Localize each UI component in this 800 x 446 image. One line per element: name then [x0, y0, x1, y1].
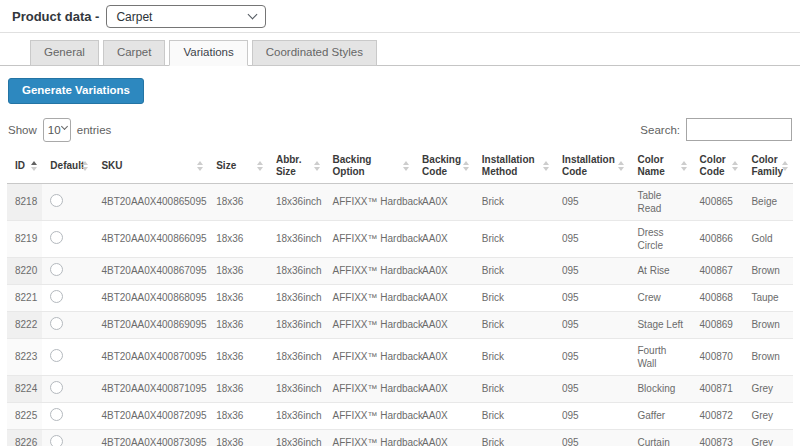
- table-row: 82264BT20AA0X40087309518x3618x36inchAFFI…: [7, 429, 793, 446]
- column-header-backing-option[interactable]: Backing Option: [325, 150, 415, 184]
- cell-backing-code: AA0X: [414, 183, 474, 220]
- cell-color-code: 400868: [692, 284, 744, 311]
- cell-sku: 4BT20AA0X400865095: [93, 183, 208, 220]
- column-label: Color Code: [700, 154, 726, 178]
- cell-size: 18x36: [208, 284, 268, 311]
- cell-default: [42, 375, 93, 402]
- table-row: 82244BT20AA0X40087109518x3618x36inchAFFI…: [7, 375, 793, 402]
- page-length-select[interactable]: 10: [43, 118, 71, 142]
- column-label: SKU: [101, 160, 122, 171]
- cell-color-family: Beige: [743, 183, 793, 220]
- cell-backing-code: AA0X: [414, 375, 474, 402]
- column-label: Installation Method: [482, 154, 535, 178]
- default-radio[interactable]: [50, 290, 63, 303]
- cell-color-name: Blocking: [629, 375, 691, 402]
- column-header-abbr-size[interactable]: Abbr. Size: [268, 150, 325, 184]
- column-header-backing-code[interactable]: Backing Code: [414, 150, 474, 184]
- cell-sku: 4BT20AA0X400866095: [93, 220, 208, 257]
- column-label: Color Family: [751, 154, 783, 178]
- cell-color-code: 400870: [692, 338, 744, 375]
- cell-default: [42, 338, 93, 375]
- cell-backing-code: AA0X: [414, 338, 474, 375]
- cell-sku: 4BT20AA0X400873095: [93, 429, 208, 446]
- cell-color-name: Dress Circle: [629, 220, 691, 257]
- default-radio[interactable]: [50, 349, 63, 362]
- table-row: 82194BT20AA0X40086609518x3618x36inchAFFI…: [7, 220, 793, 257]
- cell-installation-method: Brick: [474, 183, 554, 220]
- table-row: 82204BT20AA0X40086709518x3618x36inchAFFI…: [7, 257, 793, 284]
- column-header-color-code[interactable]: Color Code: [692, 150, 744, 184]
- default-radio[interactable]: [50, 408, 63, 421]
- cell-color-family: Brown: [743, 338, 793, 375]
- column-label: Backing Code: [422, 154, 461, 178]
- generate-variations-button[interactable]: Generate Variations: [8, 78, 144, 104]
- sort-arrows-icon: [403, 161, 409, 171]
- cell-default: [42, 402, 93, 429]
- product-data-tabs: GeneralCarpetVariationsCoordinated Style…: [0, 32, 800, 66]
- cell-installation-code: 095: [554, 284, 629, 311]
- column-header-size[interactable]: Size: [208, 150, 268, 184]
- default-radio[interactable]: [50, 317, 63, 330]
- cell-installation-code: 095: [554, 429, 629, 446]
- cell-color-code: 400872: [692, 402, 744, 429]
- cell-sku: 4BT20AA0X400868095: [93, 284, 208, 311]
- table-row: 82214BT20AA0X40086809518x3618x36inchAFFI…: [7, 284, 793, 311]
- column-header-color-name[interactable]: Color Name: [629, 150, 691, 184]
- tab-general[interactable]: General: [30, 40, 99, 67]
- column-header-installation-method[interactable]: Installation Method: [474, 150, 554, 184]
- cell-color-family: Grey: [743, 402, 793, 429]
- table-row: 82254BT20AA0X40087209518x3618x36inchAFFI…: [7, 402, 793, 429]
- column-header-color-family[interactable]: Color Family: [743, 150, 793, 184]
- cell-color-name: Crew: [629, 284, 691, 311]
- column-header-installation-code[interactable]: Installation Code: [554, 150, 629, 184]
- default-radio[interactable]: [50, 231, 63, 244]
- search-input[interactable]: [686, 118, 792, 141]
- sort-arrows-icon: [681, 161, 687, 171]
- cell-color-name: Fourth Wall: [629, 338, 691, 375]
- cell-default: [42, 429, 93, 446]
- tab-carpet[interactable]: Carpet: [103, 40, 166, 67]
- column-header-default[interactable]: Default: [42, 150, 93, 184]
- default-radio[interactable]: [50, 194, 63, 207]
- chevron-down-icon: [248, 10, 258, 20]
- column-label: Abbr. Size: [276, 154, 302, 178]
- default-radio[interactable]: [50, 381, 63, 394]
- sort-arrows-icon: [463, 161, 469, 171]
- cell-sku: 4BT20AA0X400867095: [93, 257, 208, 284]
- cell-color-code: 400866: [692, 220, 744, 257]
- default-radio[interactable]: [50, 435, 63, 446]
- sort-arrows-icon: [82, 161, 88, 171]
- cell-color-name: Table Read: [629, 183, 691, 220]
- cell-abbr-size: 18x36inch: [268, 220, 325, 257]
- tab-coordinated-styles[interactable]: Coordinated Styles: [252, 40, 377, 67]
- column-label: Default: [50, 160, 84, 171]
- cell-installation-code: 095: [554, 220, 629, 257]
- product-data-select[interactable]: Carpet: [106, 5, 266, 28]
- column-label: Color Name: [637, 154, 664, 178]
- cell-abbr-size: 18x36inch: [268, 338, 325, 375]
- search-label: Search:: [640, 124, 680, 136]
- sort-arrows-icon: [197, 161, 203, 171]
- cell-backing-option: AFFIXX™ Hardback: [325, 284, 415, 311]
- cell-color-code: 400871: [692, 375, 744, 402]
- table-header: IDDefaultSKUSizeAbbr. SizeBacking Option…: [7, 150, 793, 184]
- cell-installation-method: Brick: [474, 284, 554, 311]
- cell-abbr-size: 18x36inch: [268, 183, 325, 220]
- cell-installation-code: 095: [554, 311, 629, 338]
- column-header-sku[interactable]: SKU: [93, 150, 208, 184]
- cell-default: [42, 183, 93, 220]
- cell-id: 8221: [7, 284, 42, 311]
- entries-label: entries: [77, 124, 112, 136]
- cell-installation-code: 095: [554, 338, 629, 375]
- cell-installation-method: Brick: [474, 311, 554, 338]
- default-radio[interactable]: [50, 263, 63, 276]
- cell-color-code: 400869: [692, 311, 744, 338]
- product-data-header: Product data - Carpet: [0, 0, 800, 32]
- column-header-id[interactable]: ID: [7, 150, 42, 184]
- cell-color-family: Gold: [743, 220, 793, 257]
- cell-sku: 4BT20AA0X400871095: [93, 375, 208, 402]
- tab-variations[interactable]: Variations: [169, 40, 247, 67]
- cell-backing-option: AFFIXX™ Hardback: [325, 220, 415, 257]
- cell-backing-code: AA0X: [414, 220, 474, 257]
- table-body: 82184BT20AA0X40086509518x3618x36inchAFFI…: [7, 183, 793, 446]
